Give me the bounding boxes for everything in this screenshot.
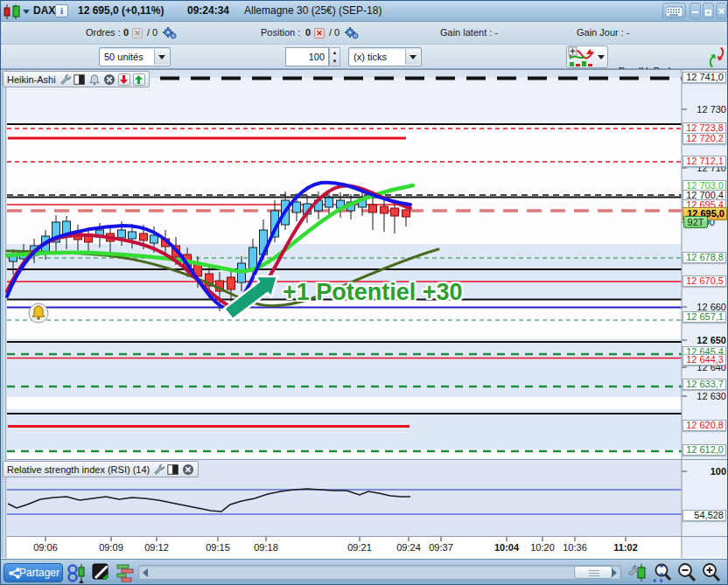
- scroll-left-icon[interactable]: [143, 568, 148, 577]
- buy-arrow-button[interactable]: [133, 73, 145, 86]
- chart-settings-icon[interactable]: [627, 562, 648, 583]
- bottom-toolbar: Partager: [1, 559, 728, 585]
- chart-canvas[interactable]: [1, 1, 728, 585]
- share-label: Partager: [19, 567, 60, 579]
- wrench-icon[interactable]: [152, 463, 164, 476]
- price-pane-header: Heikin-Ashi: [3, 71, 150, 87]
- green-up-arrow-icon: [135, 75, 143, 84]
- rsi-title: Relative strength index (RSI) (14): [7, 464, 150, 475]
- chart-snapshot-icon[interactable]: [92, 562, 113, 583]
- indicator-title: Heikin-Ashi: [7, 74, 56, 85]
- zoom-out-icon[interactable]: [676, 562, 697, 583]
- trading-window: DAX i 12 695,0 (+0,11%) 09:24:34 Allemag…: [0, 0, 728, 585]
- close-pane-icon[interactable]: [182, 463, 194, 476]
- wrench-icon[interactable]: [59, 73, 71, 86]
- zoom-range-icon[interactable]: [652, 562, 673, 583]
- sell-arrow-button[interactable]: [118, 73, 130, 86]
- close-pane-icon[interactable]: [103, 73, 116, 86]
- share-button[interactable]: Partager: [4, 563, 63, 582]
- share-icon: [9, 568, 20, 579]
- link-candle-icon[interactable]: [67, 562, 88, 583]
- time-scrollbar[interactable]: [138, 565, 621, 580]
- scrollbar-thumb[interactable]: [574, 566, 612, 579]
- red-down-arrow-icon: [120, 75, 128, 84]
- detach-window-icon[interactable]: [74, 73, 86, 86]
- zoom-in-icon[interactable]: [701, 562, 722, 583]
- market-depth-icon[interactable]: [116, 562, 136, 583]
- scroll-right-icon[interactable]: [612, 568, 617, 577]
- alert-bell-icon[interactable]: [88, 73, 101, 86]
- rsi-pane-header: Relative strength index (RSI) (14): [3, 461, 199, 477]
- detach-window-icon[interactable]: [167, 463, 179, 476]
